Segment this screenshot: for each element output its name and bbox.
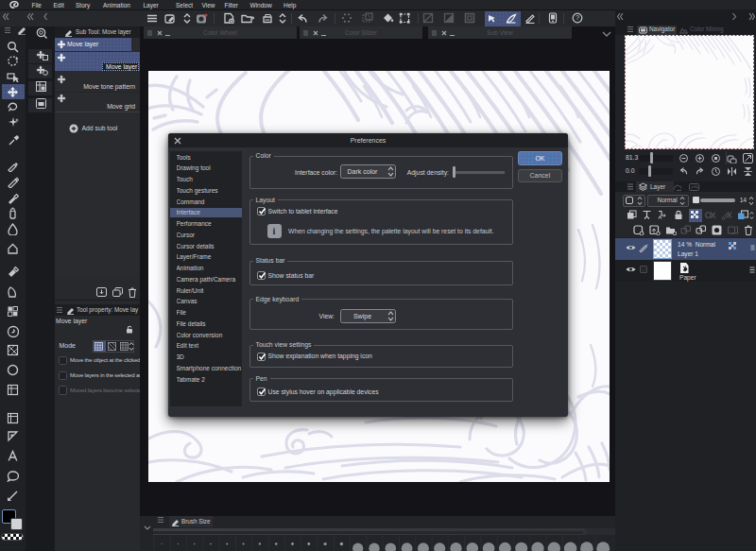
svg-text:?: ? [576, 13, 579, 22]
